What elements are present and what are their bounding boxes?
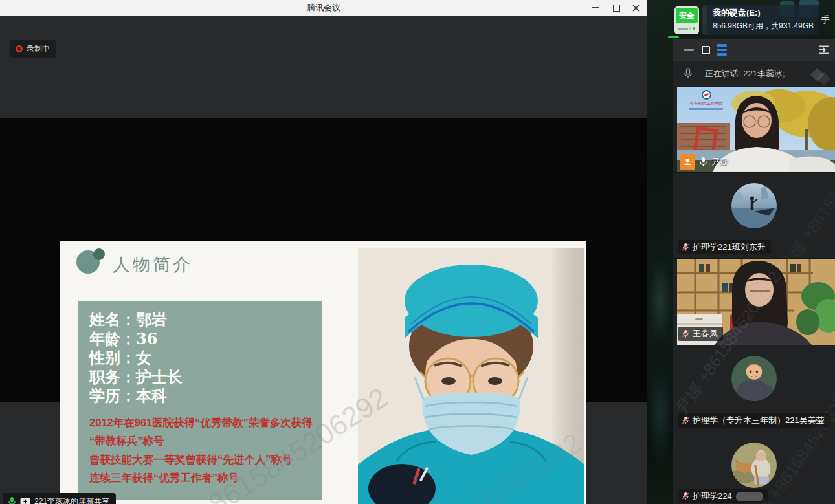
disk-slot-detail bbox=[678, 28, 688, 30]
hard-drive-icon[interactable]: 安全 bbox=[674, 6, 699, 34]
disk-safe-badge: 安全 bbox=[676, 8, 698, 23]
info-row-name: 姓名：鄂岩 bbox=[89, 310, 322, 329]
mic-on-icon bbox=[699, 157, 707, 168]
clipped-background-text: 手 bbox=[821, 14, 830, 26]
active-speaker-text: 正在讲话: 221李蕊冰; bbox=[705, 68, 785, 80]
participant-nametag: 护理学224 bbox=[678, 489, 768, 503]
divider bbox=[698, 68, 698, 80]
wallpaper-highlight bbox=[649, 259, 672, 343]
participants-panel: 正在讲话: 221李蕊冰; bbox=[673, 39, 835, 504]
share-banner-label: 221李蕊冰的屏幕共享 bbox=[34, 496, 109, 504]
panel-collapse-button[interactable] bbox=[816, 39, 832, 61]
slide-title-circle-small-icon bbox=[93, 248, 105, 260]
shared-slide: 人物简介 姓名：鄂岩 年龄：36 性别：女 职务：护士长 学历：本科 2012年… bbox=[60, 241, 586, 504]
avatar bbox=[731, 183, 777, 228]
disk-led bbox=[689, 27, 691, 30]
maximize-icon bbox=[613, 5, 620, 12]
info-row-age: 年龄：36 bbox=[89, 329, 322, 349]
participant-nametag: 王春凤 bbox=[678, 327, 723, 341]
wallpaper-highlight bbox=[647, 362, 673, 466]
person-icon bbox=[683, 157, 692, 166]
name-highlight-overlay bbox=[736, 492, 763, 501]
school-logo: 齐齐哈尔工程学院 bbox=[684, 90, 729, 110]
achievement-line: 曾获技能大赛一等奖曾获得“先进个人”称号 bbox=[89, 450, 322, 469]
slide-title: 人物简介 bbox=[113, 253, 193, 276]
host-badge-icon bbox=[680, 154, 695, 170]
participant-name: 护理学（专升本三年制）221吴美莹 bbox=[693, 415, 825, 426]
screen: 腾讯会议 录制中 人物简介 姓名：鄂岩 年龄：36 性别：女 职 bbox=[0, 0, 835, 504]
recording-badge[interactable]: 录制中 bbox=[10, 40, 56, 58]
active-speaker-bar: 正在讲话: 221李蕊冰; bbox=[673, 61, 835, 87]
avatar bbox=[731, 356, 777, 401]
collapse-panel-icon bbox=[818, 45, 830, 55]
close-icon bbox=[632, 5, 640, 12]
disk-tooltip: 我的硬盘(E:) 856.98GB可用，共931.49GB bbox=[707, 5, 819, 35]
meeting-window: 腾讯会议 录制中 人物简介 姓名：鄂岩 年龄：36 性别：女 职 bbox=[0, 0, 647, 504]
minimize-icon bbox=[684, 49, 694, 51]
nurse-portrait-photo bbox=[358, 248, 584, 504]
recording-label: 录制中 bbox=[27, 43, 50, 54]
participant-name-overlay: 尹娜 bbox=[680, 154, 728, 170]
participant-nametag: 护理学221班刘东升 bbox=[678, 240, 771, 254]
muted-mic-icon bbox=[681, 491, 690, 501]
disk-tooltip-title: 我的硬盘(E:) bbox=[713, 7, 814, 19]
minimize-icon bbox=[592, 7, 599, 8]
participant-name: 尹娜 bbox=[711, 156, 728, 168]
close-button[interactable] bbox=[627, 0, 645, 16]
muted-mic-icon bbox=[681, 329, 690, 339]
screen-share-banner[interactable]: 221李蕊冰的屏幕共享 bbox=[3, 493, 116, 504]
minimize-button[interactable] bbox=[586, 0, 605, 16]
info-row-position: 职务：护士长 bbox=[89, 367, 322, 387]
achievement-line: 2012年在961医院获得“优秀带教”荣誉多次获得 bbox=[89, 413, 322, 432]
info-row-gender: 性别：女 bbox=[89, 348, 322, 367]
muted-mic-icon bbox=[681, 242, 690, 252]
achievement-line: 连续三年获得“优秀工作者”称号 bbox=[89, 468, 322, 487]
participant-tile-huli224[interactable]: 护理学224 bbox=[673, 432, 835, 504]
school-logo-subtext bbox=[689, 108, 723, 110]
panel-minimize-button[interactable] bbox=[681, 39, 696, 61]
mic-on-icon bbox=[8, 496, 16, 504]
school-emblem-icon bbox=[702, 90, 711, 100]
participant-name: 王春凤 bbox=[693, 328, 718, 340]
screen-share-icon bbox=[20, 498, 30, 504]
info-row-education: 学历：本科 bbox=[89, 386, 322, 406]
participant-name: 护理学224 bbox=[693, 490, 732, 502]
achievement-list: 2012年在961医院获得“优秀带教”荣誉多次获得 “带教标兵”称号 曾获技能大… bbox=[89, 413, 322, 487]
participant-tile-wangchunfeng[interactable]: 王春凤 bbox=[673, 259, 835, 345]
window-titlebar: 腾讯会议 bbox=[0, 0, 647, 16]
screen-share-area: 人物简介 姓名：鄂岩 年龄：36 性别：女 职务：护士长 学历：本科 2012年… bbox=[0, 118, 647, 402]
avatar-image bbox=[731, 356, 777, 401]
speaker-mic-icon bbox=[684, 68, 693, 80]
achievement-line: “带教标兵”称号 bbox=[89, 432, 322, 450]
taskbar-indicator bbox=[668, 36, 679, 38]
disk-tooltip-detail: 856.98GB可用，共931.49GB bbox=[713, 21, 814, 32]
participant-tile-wumeiying[interactable]: 护理学（专升本三年制）221吴美莹 bbox=[673, 345, 835, 432]
muted-mic-icon bbox=[681, 415, 690, 426]
school-logo-text: 齐齐哈尔工程学院 bbox=[685, 100, 727, 106]
panel-maximize-button[interactable] bbox=[698, 39, 713, 61]
participant-nametag: 护理学（专升本三年制）221吴美莹 bbox=[678, 413, 830, 428]
participant-tile-yinna[interactable]: 齐齐哈尔工程学院 尹娜 bbox=[673, 87, 835, 172]
maximize-button[interactable] bbox=[607, 0, 625, 16]
avatar-image bbox=[731, 183, 777, 228]
recording-dot-icon bbox=[16, 45, 23, 52]
panel-header bbox=[673, 39, 835, 61]
maximize-icon bbox=[702, 46, 710, 54]
panel-list-view-button[interactable] bbox=[713, 39, 730, 61]
participant-name: 护理学221班刘东升 bbox=[693, 241, 766, 253]
disk-led bbox=[693, 27, 695, 30]
avatar bbox=[731, 443, 777, 488]
participant-tile-liudongsheng[interactable]: 护理学221班刘东升 bbox=[673, 173, 835, 258]
avatar-image bbox=[731, 443, 777, 488]
window-title: 腾讯会议 bbox=[0, 0, 647, 16]
person-info-box: 姓名：鄂岩 年龄：36 性别：女 职务：护士长 学历：本科 2012年在961医… bbox=[78, 301, 322, 500]
